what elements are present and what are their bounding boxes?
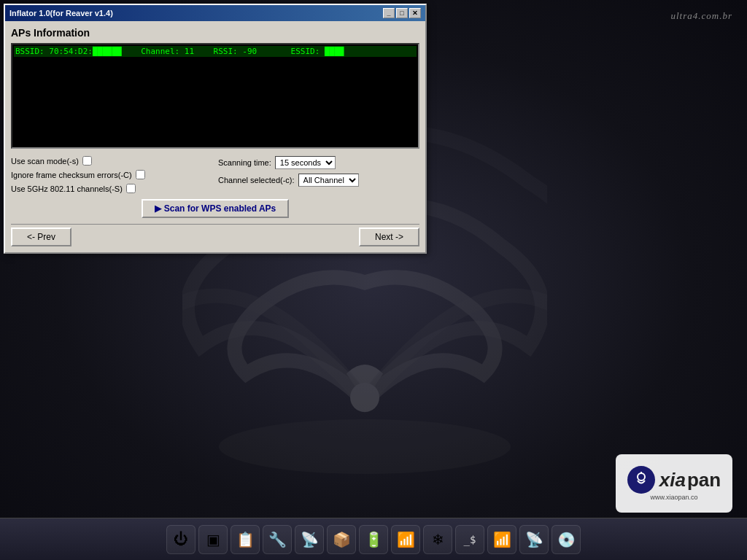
scanning-time-option: Scanning time: 5 seconds 10 seconds 15 s… [218, 156, 419, 169]
svg-point-1 [219, 419, 511, 474]
scan-button-icon: ▶ [155, 203, 161, 214]
main-window: Inflator 1.0(for Reaver v1.4) _ □ ✕ APs … [4, 4, 427, 254]
xiapan-circle-icon [627, 466, 655, 494]
section-title: APs Information [11, 27, 419, 39]
xiapan-sublabel: www.xiaopan.co [650, 494, 697, 501]
ignore-frame-label: Ignore frame checksum errors(-C) [11, 171, 132, 179]
title-bar-buttons: _ □ ✕ [383, 8, 421, 18]
xiapan-brand: xiapan [627, 466, 721, 494]
use-5ghz-option: Use 5GHz 802.11 channels(-S) [11, 184, 212, 193]
ap-list[interactable]: BSSID: 70:54:D2:██████ Channel: 11 RSSI:… [11, 43, 419, 149]
taskbar-package-icon[interactable]: 📦 [327, 525, 356, 554]
title-bar[interactable]: Inflator 1.0(for Reaver v1.4) _ □ ✕ [5, 5, 425, 21]
ap-channel: Channel: 11 [141, 47, 194, 56]
taskbar-battery-icon[interactable]: 🔋 [359, 525, 388, 554]
use-5ghz-checkbox[interactable] [126, 184, 136, 193]
taskbar-network-icon[interactable]: 📡 [295, 525, 324, 554]
xiapan-logo: xiapan www.xiaopan.co [616, 454, 732, 513]
ap-essid: ESSID: ████ [291, 47, 344, 56]
taskbar-tools-icon[interactable]: 🔧 [263, 525, 292, 554]
scan-mode-checkbox[interactable] [82, 156, 92, 166]
taskbar-wifi-icon[interactable]: 📶 [487, 525, 516, 554]
taskbar-antenna-icon[interactable]: 📡 [519, 525, 549, 554]
taskbar-signal-icon[interactable]: 📶 [391, 525, 420, 554]
options-left: Use scan mode(-s) Ignore frame checksum … [11, 156, 212, 193]
window-title: Inflator 1.0(for Reaver v1.4) [9, 9, 113, 18]
scan-mode-label: Use scan mode(-s) [11, 157, 79, 166]
taskbar-files-icon[interactable]: 📋 [231, 525, 260, 554]
minimize-button[interactable]: _ [383, 8, 395, 18]
ap-rssi: RSSI: -90 [214, 47, 258, 56]
taskbar-terminal-icon[interactable]: ▣ [198, 525, 228, 554]
maximize-button[interactable]: □ [396, 8, 408, 18]
options-grid: Use scan mode(-s) Ignore frame checksum … [11, 156, 419, 193]
ignore-frame-option: Ignore frame checksum errors(-C) [11, 170, 212, 179]
channel-selected-label: Channel selected(-c): [218, 176, 295, 184]
close-button[interactable]: ✕ [409, 8, 421, 18]
ap-entry[interactable]: BSSID: 70:54:D2:██████ Channel: 11 RSSI:… [14, 46, 417, 57]
channel-selected-option: Channel selected(-c): All Channel 123 45… [218, 174, 419, 187]
scanning-time-label: Scanning time: [218, 158, 271, 167]
svg-point-0 [350, 383, 379, 412]
scan-button[interactable]: ▶ Scan for WPS enabled APs [142, 199, 290, 218]
taskbar-console-icon[interactable]: _$ [455, 525, 484, 554]
taskbar-disk-icon[interactable]: 💿 [551, 525, 581, 554]
svg-point-2 [638, 473, 645, 481]
use-5ghz-label: Use 5GHz 802.11 channels(-S) [11, 184, 123, 193]
taskbar-snowflake-icon[interactable]: ❄ [423, 525, 452, 554]
nav-row: <- Prev Next -> [11, 224, 419, 246]
scan-button-row: ▶ Scan for WPS enabled APs [11, 199, 419, 218]
next-button[interactable]: Next -> [359, 228, 419, 246]
scan-mode-option: Use scan mode(-s) [11, 156, 212, 166]
watermark-top: ultra4.com.br [671, 10, 733, 22]
scan-button-label: Scan for WPS enabled APs [164, 203, 276, 214]
ap-bssid: BSSID: 70:54:D2:██████ [15, 47, 122, 56]
taskbar: ⏻ ▣ 📋 🔧 📡 📦 🔋 📶 ❄ _$ 📶 📡 💿 [0, 518, 747, 560]
taskbar-power-icon[interactable]: ⏻ [166, 525, 196, 554]
prev-button[interactable]: <- Prev [11, 228, 71, 246]
channel-select[interactable]: All Channel 123 456 789 101112 13 [298, 174, 359, 187]
options-right: Scanning time: 5 seconds 10 seconds 15 s… [218, 156, 419, 193]
scanning-time-select[interactable]: 5 seconds 10 seconds 15 seconds 30 secon… [275, 156, 336, 169]
ignore-frame-checkbox[interactable] [136, 170, 145, 179]
window-body: APs Information BSSID: 70:54:D2:██████ C… [5, 21, 425, 252]
